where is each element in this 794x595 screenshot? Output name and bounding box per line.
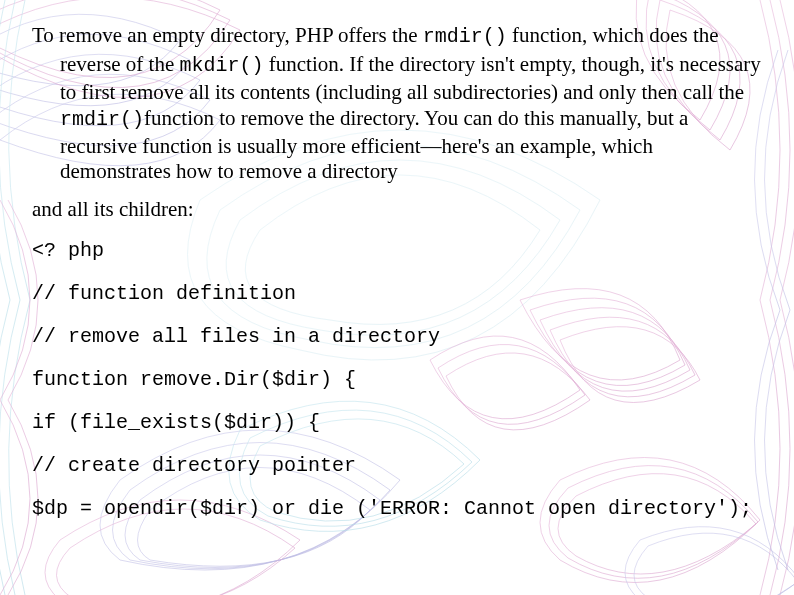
code-line-comment-def: // function definition [32, 279, 766, 308]
inline-code-mkdir: mkdir() [180, 54, 264, 77]
inline-code-rmdir: rmdir() [423, 25, 507, 48]
code-line-if-exists: if (file_exists($dir)) { [32, 408, 766, 437]
inline-code-rmdir-2: rmdir() [60, 108, 144, 131]
document-body: To remove an empty directory, PHP offers… [0, 0, 794, 557]
code-line-open-tag: <? php [32, 236, 766, 265]
code-line-comment-pointer: // create directory pointer [32, 451, 766, 480]
paragraph-continuation: and all its children: [32, 197, 766, 222]
code-line-function-sig: function remove.Dir($dir) { [32, 365, 766, 394]
code-line-comment-remove: // remove all files in a directory [32, 322, 766, 351]
paragraph-intro: To remove an empty directory, PHP offers… [32, 22, 766, 183]
code-line-opendir: $dp = opendir($dir) or die ('ERROR: Cann… [32, 494, 766, 523]
text-run: To remove an empty directory, PHP offers… [32, 23, 423, 47]
text-run: function to remove the directory. You ca… [60, 106, 688, 183]
